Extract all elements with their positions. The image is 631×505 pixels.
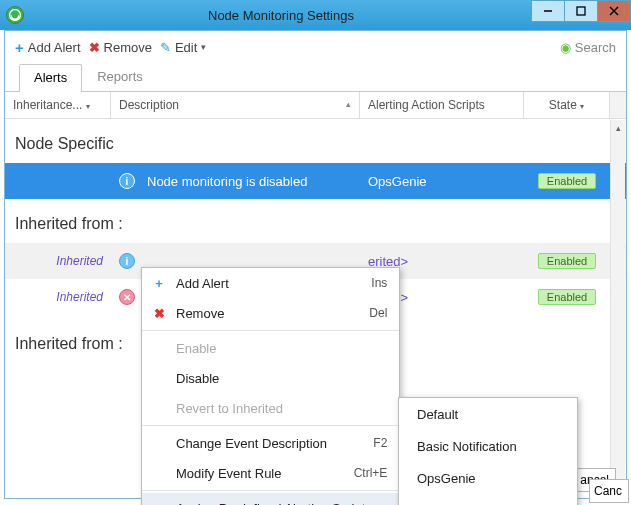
remove-x-icon: ✖ [89, 40, 100, 55]
vertical-scrollbar[interactable]: ▴ [610, 120, 625, 495]
column-description[interactable]: Description ▴ [111, 92, 360, 118]
menu-label: Change Event Description [176, 436, 365, 451]
svg-rect-2 [577, 7, 585, 15]
table-row[interactable]: i Node monitoring is disabled OpsGenie E… [5, 163, 626, 199]
search-box[interactable]: ◉ Search [560, 40, 616, 55]
row-icon: i [111, 253, 139, 270]
search-placeholder: Search [575, 40, 616, 55]
window-title: Node Monitoring Settings [30, 8, 532, 23]
menu-label: OpsGenie [417, 471, 565, 486]
tab-reports[interactable]: Reports [82, 63, 158, 91]
tab-alerts[interactable]: Alerts [19, 64, 82, 92]
menu-add-alert[interactable]: + Add Alert Ins [142, 268, 399, 298]
section-inherited-1: Inherited from : [5, 199, 626, 243]
col-label: State [549, 98, 577, 112]
menu-revert: Revert to Inherited [142, 393, 399, 423]
chevron-down-icon: ▾ [580, 102, 584, 111]
state-badge: Enabled [538, 173, 596, 189]
row-icon: ✕ [111, 289, 139, 306]
grid-header: Inheritance... ▾ Description ▴ Alerting … [5, 92, 626, 119]
cell-state: Enabled [524, 173, 610, 189]
section-node-specific: Node Specific [5, 119, 626, 163]
cell-action: OpsGenie [360, 174, 524, 189]
toolbar-edit-label: Edit [175, 40, 197, 55]
window-titlebar: Node Monitoring Settings [0, 0, 631, 30]
cell-inherit: Inherited [5, 254, 111, 268]
state-badge: Enabled [538, 253, 596, 269]
sort-ascending-icon: ▴ [346, 99, 351, 109]
app-icon [6, 6, 24, 24]
minimize-button[interactable] [531, 0, 565, 22]
menu-remove[interactable]: ✖ Remove Del [142, 298, 399, 328]
section-label: Inherited from : [15, 215, 123, 232]
menu-label: Disable [176, 371, 387, 386]
plus-icon: + [15, 39, 24, 56]
scrollbar-header [610, 92, 626, 118]
menu-label: Revert to Inherited [176, 401, 387, 416]
column-state[interactable]: State ▾ [524, 92, 610, 118]
cell-state: Enabled [524, 289, 610, 305]
toolbar: + Add Alert ✖ Remove ✎ Edit ▾ ◉ Search [5, 31, 626, 63]
window-buttons [532, 0, 631, 30]
maximize-button[interactable] [564, 0, 598, 22]
col-label: Inheritance... [13, 98, 82, 112]
submenu-default[interactable]: Default [399, 398, 577, 430]
menu-label: Enable [176, 341, 387, 356]
menu-assign-script[interactable]: Assign Predefined Alerting Script ▶ [142, 493, 399, 505]
col-label: Description [119, 98, 179, 112]
row-icon: i [111, 173, 139, 190]
close-button[interactable] [597, 0, 631, 22]
menu-modify-rule[interactable]: Modify Event Rule Ctrl+E [142, 458, 399, 488]
toolbar-add-alert[interactable]: + Add Alert [15, 39, 81, 56]
menu-enable: Enable [142, 333, 399, 363]
scroll-up-icon[interactable]: ▴ [611, 120, 625, 136]
toolbar-remove[interactable]: ✖ Remove [89, 40, 152, 55]
toolbar-edit[interactable]: ✎ Edit ▾ [160, 40, 206, 55]
context-submenu: Default Basic Notification OpsGenie <Wri… [398, 397, 578, 505]
remove-x-icon: ✖ [150, 306, 168, 321]
section-label: Inherited from : [15, 335, 123, 352]
menu-shortcut: Ins [371, 276, 387, 290]
state-badge: Enabled [538, 289, 596, 305]
menu-label: Modify Event Rule [176, 466, 346, 481]
menu-label: Remove [176, 306, 361, 321]
menu-shortcut: F2 [373, 436, 387, 450]
submenu-write-to-event-log[interactable]: <Write to Event Log> [399, 494, 577, 505]
info-icon: i [119, 173, 135, 189]
menu-label: Assign Predefined Alerting Script [176, 501, 365, 506]
submenu-basic-notification[interactable]: Basic Notification [399, 430, 577, 462]
menu-shortcut: Del [369, 306, 387, 320]
info-icon: i [119, 253, 135, 269]
chevron-down-icon: ▾ [86, 102, 90, 111]
plus-icon: + [150, 276, 168, 291]
cancel-button-background[interactable]: Canc [589, 479, 629, 503]
cell-state: Enabled [524, 253, 610, 269]
tabs: Alerts Reports [5, 63, 626, 91]
cell-inherit: Inherited [5, 290, 111, 304]
menu-label: Basic Notification [417, 439, 565, 454]
toolbar-add-label: Add Alert [28, 40, 81, 55]
context-menu: + Add Alert Ins ✖ Remove Del Enable Disa… [141, 267, 400, 505]
pencil-icon: ✎ [160, 40, 171, 55]
toolbar-remove-label: Remove [104, 40, 152, 55]
menu-label: Add Alert [176, 276, 363, 291]
menu-change-description[interactable]: Change Event Description F2 [142, 428, 399, 458]
menu-label: Default [417, 407, 565, 422]
menu-shortcut: Ctrl+E [354, 466, 388, 480]
menu-disable[interactable]: Disable [142, 363, 399, 393]
submenu-opsgenie[interactable]: OpsGenie [399, 462, 577, 494]
column-action-scripts[interactable]: Alerting Action Scripts [360, 92, 524, 118]
cell-desc: Node monitoring is disabled [139, 174, 360, 189]
search-icon: ◉ [560, 40, 571, 55]
chevron-down-icon: ▾ [201, 42, 206, 52]
column-inheritance[interactable]: Inheritance... ▾ [5, 92, 111, 118]
error-icon: ✕ [119, 289, 135, 305]
